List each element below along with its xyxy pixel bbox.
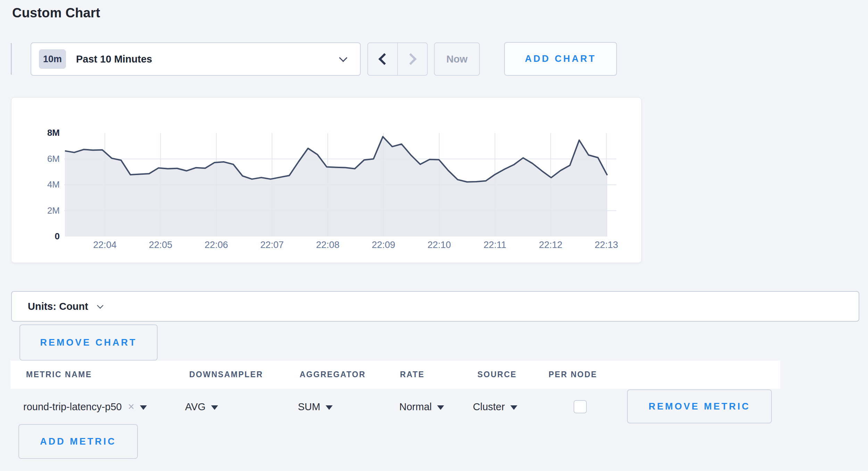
x-tick-label: 22:06	[192, 240, 241, 250]
caret-down-icon	[510, 405, 517, 410]
column-header-metric-name: METRIC NAME	[26, 361, 92, 389]
x-tick-label: 22:09	[359, 240, 408, 250]
column-header-rate: RATE	[400, 361, 425, 389]
page-title: Custom Chart	[12, 6, 100, 20]
chevron-down-icon	[339, 53, 347, 62]
next-time-button[interactable]	[397, 43, 427, 75]
aggregator-value: SUM	[298, 401, 320, 413]
source-value: Cluster	[473, 401, 505, 413]
x-tick-label: 22:13	[582, 240, 631, 250]
time-step-button-group	[367, 42, 428, 76]
x-tick-label: 22:10	[415, 240, 464, 250]
time-range-badge: 10m	[39, 49, 66, 69]
column-header-downsampler: DOWNSAMPLER	[189, 361, 263, 389]
source-dropdown[interactable]: Cluster	[473, 396, 517, 417]
column-header-aggregator: AGGREGATOR	[300, 361, 366, 389]
caret-down-icon	[140, 405, 147, 410]
chevron-right-icon	[405, 53, 417, 65]
now-button[interactable]: Now	[434, 42, 480, 76]
y-tick-label: 4M	[21, 179, 60, 190]
x-tick-label: 22:08	[303, 240, 352, 250]
latency-area-chart	[64, 133, 616, 237]
time-range-label: Past 10 Minutes	[76, 53, 340, 65]
x-tick-label: 22:04	[81, 240, 129, 250]
remove-metric-button[interactable]: REMOVE METRIC	[627, 389, 772, 423]
column-header-per-node: PER NODE	[549, 361, 597, 389]
metric-name-value: round-trip-latency-p50	[23, 401, 122, 413]
units-label: Units: Count	[28, 301, 88, 312]
y-tick-label: 8M	[21, 127, 60, 138]
clear-metric-icon[interactable]: ×	[128, 400, 134, 413]
column-header-source: SOURCE	[477, 361, 517, 389]
downsampler-dropdown[interactable]: AVG	[185, 396, 218, 417]
x-tick-label: 22:05	[136, 240, 185, 250]
chevron-left-icon	[378, 53, 390, 65]
caret-down-icon	[211, 405, 218, 410]
prev-time-button[interactable]	[368, 43, 397, 75]
y-tick-label: 6M	[21, 154, 60, 164]
add-chart-button[interactable]: ADD CHART	[504, 42, 617, 76]
rate-dropdown[interactable]: Normal	[399, 396, 444, 417]
chevron-down-icon	[97, 302, 103, 308]
metrics-table-header	[10, 361, 780, 389]
units-select[interactable]: Units: Count	[11, 291, 859, 322]
x-tick-label: 22:12	[526, 240, 575, 250]
remove-chart-button[interactable]: REMOVE CHART	[19, 324, 158, 361]
x-tick-label: 22:11	[471, 240, 519, 250]
add-metric-button[interactable]: ADD METRIC	[18, 424, 138, 459]
caret-down-icon	[437, 405, 444, 410]
toolbar-divider	[11, 43, 12, 75]
caret-down-icon	[326, 405, 333, 410]
y-tick-label: 0	[21, 231, 60, 241]
rate-value: Normal	[399, 401, 432, 413]
x-tick-label: 22:07	[248, 240, 297, 250]
y-tick-label: 2M	[21, 205, 60, 216]
metric-name-dropdown[interactable]: round-trip-latency-p50 ×	[23, 396, 147, 417]
time-range-select[interactable]: 10m Past 10 Minutes	[31, 42, 361, 76]
per-node-checkbox[interactable]	[574, 400, 587, 413]
downsampler-value: AVG	[185, 401, 206, 413]
aggregator-dropdown[interactable]: SUM	[298, 396, 333, 417]
